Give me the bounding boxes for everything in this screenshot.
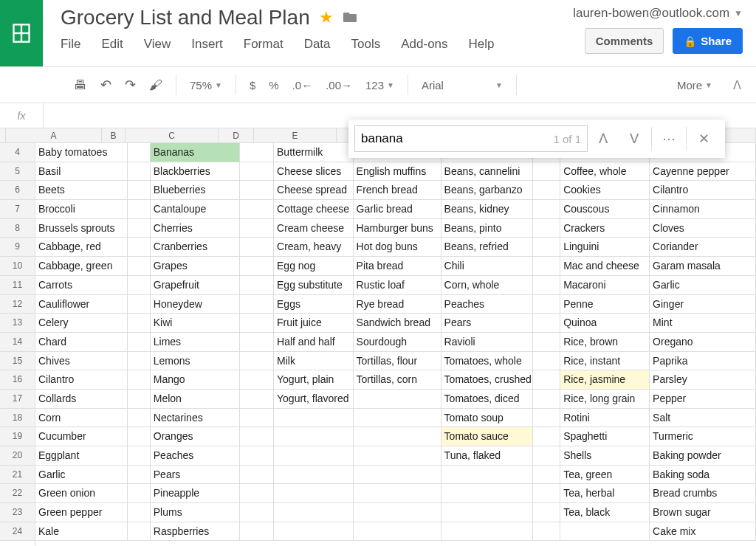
cell[interactable]: Tortillas, corn bbox=[354, 370, 441, 389]
cell[interactable] bbox=[560, 522, 650, 541]
cell[interactable]: Pita bread bbox=[354, 257, 441, 275]
cell[interactable] bbox=[240, 370, 274, 389]
cell[interactable] bbox=[240, 238, 274, 256]
cell[interactable] bbox=[274, 446, 354, 465]
grid[interactable]: Baby tomatoesBananasButtermilkBunsBeans,… bbox=[35, 143, 756, 546]
menu-tools[interactable]: Tools bbox=[351, 37, 381, 52]
cell[interactable] bbox=[240, 427, 274, 446]
menu-insert[interactable]: Insert bbox=[191, 37, 223, 52]
cell[interactable]: Cabbage, green bbox=[35, 257, 128, 275]
zoom-select[interactable]: 75% ▼ bbox=[190, 79, 222, 91]
cell[interactable] bbox=[533, 370, 560, 389]
cell[interactable]: Melon bbox=[151, 390, 240, 408]
cell[interactable] bbox=[274, 409, 354, 427]
cell[interactable]: Green onion bbox=[35, 484, 128, 502]
cell[interactable] bbox=[354, 390, 441, 408]
cell[interactable]: Garam masala bbox=[650, 257, 756, 275]
cell[interactable]: Nectarines bbox=[151, 409, 240, 427]
cell[interactable] bbox=[240, 257, 274, 275]
row-header[interactable]: 20 bbox=[0, 446, 35, 466]
cell[interactable]: Grapefruit bbox=[151, 276, 240, 294]
cell[interactable] bbox=[533, 522, 560, 541]
cell[interactable] bbox=[128, 295, 151, 314]
cell[interactable] bbox=[240, 390, 274, 408]
cell[interactable] bbox=[354, 522, 441, 541]
cell[interactable] bbox=[128, 427, 151, 446]
cell[interactable] bbox=[354, 466, 441, 484]
cell[interactable] bbox=[274, 466, 354, 484]
cell[interactable]: Rice, instant bbox=[560, 352, 650, 370]
cell[interactable]: Sandwich bread bbox=[354, 314, 441, 332]
find-prev-button[interactable]: ᐱ bbox=[588, 125, 619, 152]
cell[interactable]: Pineapple bbox=[151, 484, 240, 502]
cell[interactable] bbox=[240, 522, 274, 541]
cell[interactable]: Tuna, flaked bbox=[441, 446, 534, 465]
cell[interactable]: Garlic bread bbox=[354, 200, 441, 218]
print-button[interactable]: 🖶 bbox=[74, 77, 87, 93]
sheets-logo[interactable] bbox=[0, 0, 43, 66]
cell[interactable] bbox=[240, 333, 274, 351]
cell[interactable] bbox=[128, 446, 151, 465]
cell[interactable] bbox=[533, 427, 560, 446]
cell[interactable]: Carrots bbox=[35, 276, 128, 294]
row-header[interactable]: 6 bbox=[0, 181, 35, 200]
cell[interactable] bbox=[240, 466, 274, 484]
cell[interactable]: Cottage cheese bbox=[274, 200, 354, 218]
cell[interactable]: Turmeric bbox=[650, 427, 756, 446]
cell[interactable] bbox=[240, 181, 274, 199]
cell[interactable] bbox=[128, 370, 151, 389]
cell[interactable]: Cream cheese bbox=[274, 219, 354, 238]
cell[interactable]: Collards bbox=[35, 390, 128, 408]
cell[interactable] bbox=[240, 409, 274, 427]
cell[interactable] bbox=[533, 352, 560, 370]
cell[interactable]: Chard bbox=[35, 333, 128, 351]
col-header-B[interactable]: B bbox=[102, 128, 126, 142]
cell[interactable] bbox=[533, 200, 560, 218]
cell[interactable]: Ravioli bbox=[441, 333, 534, 351]
cell[interactable] bbox=[441, 503, 534, 522]
cell[interactable]: Cherries bbox=[151, 219, 240, 238]
cell[interactable]: Cucumber bbox=[35, 427, 128, 446]
cell[interactable]: Linguini bbox=[560, 238, 650, 256]
cell[interactable] bbox=[128, 522, 151, 541]
cell[interactable]: Tea, green bbox=[560, 466, 650, 484]
find-close-button[interactable]: ✕ bbox=[688, 125, 719, 152]
comments-button[interactable]: Comments bbox=[585, 28, 664, 54]
row-header[interactable]: 4 bbox=[0, 143, 35, 162]
cell[interactable] bbox=[128, 352, 151, 370]
cell[interactable] bbox=[533, 409, 560, 427]
cell[interactable]: Peaches bbox=[441, 295, 534, 314]
cell[interactable] bbox=[128, 143, 151, 162]
cell[interactable]: Oranges bbox=[151, 427, 240, 446]
row-header[interactable]: 13 bbox=[0, 314, 35, 333]
cell[interactable]: Blueberries bbox=[151, 181, 240, 199]
percent-button[interactable]: % bbox=[269, 79, 278, 91]
cell[interactable]: Cinnamon bbox=[650, 200, 756, 218]
cell[interactable]: Beans, kidney bbox=[441, 200, 534, 218]
cell[interactable]: Eggs bbox=[274, 295, 354, 314]
col-header-A[interactable]: A bbox=[6, 128, 102, 142]
cell[interactable] bbox=[128, 219, 151, 238]
cell[interactable] bbox=[128, 314, 151, 332]
cell[interactable]: English muffins bbox=[354, 162, 441, 181]
cell[interactable] bbox=[533, 219, 560, 238]
cell[interactable]: Cabbage, red bbox=[35, 238, 128, 256]
undo-button[interactable]: ↶ bbox=[100, 77, 111, 93]
cell[interactable]: Buttermilk bbox=[274, 143, 354, 162]
row-header[interactable]: 12 bbox=[0, 295, 35, 314]
cell[interactable]: Grapes bbox=[151, 257, 240, 275]
col-header-E[interactable]: E bbox=[254, 128, 337, 142]
cell[interactable]: Brussels sprouts bbox=[35, 219, 128, 238]
account-menu[interactable]: lauren-bowen@outlook.com ▼ bbox=[573, 6, 743, 21]
cell[interactable]: Egg nog bbox=[274, 257, 354, 275]
cell[interactable]: Baby tomatoes bbox=[35, 143, 128, 162]
collapse-toolbar-button[interactable]: ᐱ bbox=[733, 78, 741, 92]
cell[interactable] bbox=[240, 503, 274, 522]
row-header[interactable]: 17 bbox=[0, 390, 35, 409]
cell[interactable]: Basil bbox=[35, 162, 128, 181]
cell[interactable] bbox=[128, 484, 151, 502]
cell[interactable]: Lemons bbox=[151, 352, 240, 370]
col-header-D[interactable]: D bbox=[219, 128, 254, 142]
cell[interactable]: Cookies bbox=[560, 181, 650, 199]
cell[interactable]: Blackberries bbox=[151, 162, 240, 181]
